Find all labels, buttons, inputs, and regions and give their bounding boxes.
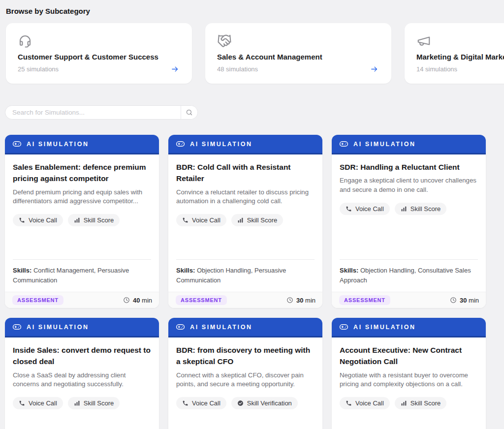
- category-title: Customer Support & Customer Success: [18, 53, 180, 61]
- simulation-card-header: AI SIMULATION: [168, 135, 322, 154]
- duration: 40 min: [123, 297, 152, 304]
- tag-label: Skill Score: [247, 216, 277, 224]
- simulation-card-header: AI SIMULATION: [168, 318, 322, 337]
- simulation-card-footer: ASSESSMENT 30 min: [168, 292, 322, 308]
- duration: 30 min: [450, 297, 479, 304]
- skills-label: Skills:: [13, 267, 32, 274]
- bar-chart-icon: [74, 400, 80, 406]
- gamepad-icon: [339, 322, 348, 332]
- arrow-right-icon[interactable]: [370, 65, 378, 73]
- duration-unit: min: [140, 297, 152, 304]
- simulation-card-header: AI SIMULATION: [332, 318, 486, 337]
- megaphone-icon: [416, 33, 504, 48]
- ai-simulation-badge: AI SIMULATION: [353, 324, 416, 331]
- simulation-title: BDR: Cold Call with a Resistant Retailer: [176, 161, 315, 184]
- simulation-description: Convince a reluctant retailer to discuss…: [176, 188, 315, 206]
- tag-label: Skill Score: [410, 399, 441, 407]
- skills-text: Skills: Conflict Management, Persuasive …: [13, 259, 151, 292]
- clock-icon: [450, 297, 457, 304]
- category-count: 14 simulations: [416, 65, 457, 73]
- tag-label: Voice Call: [29, 216, 57, 224]
- simulation-card[interactable]: AI SIMULATION BDR: Cold Call with a Resi…: [168, 135, 322, 308]
- simulation-card[interactable]: AI SIMULATION Sales Enablement: defence …: [5, 135, 159, 308]
- simulation-description: Close a SaaS deal by addressing client c…: [13, 371, 151, 389]
- arrow-right-icon[interactable]: [171, 65, 179, 73]
- tag-label: Voice Call: [29, 399, 57, 407]
- search-icon: [186, 109, 193, 116]
- gamepad-icon: [12, 139, 22, 149]
- skills-text: Skills: Objection Handling, Persuasive C…: [176, 259, 315, 292]
- simulation-card[interactable]: AI SIMULATION Inside Sales: convert demo…: [5, 318, 159, 429]
- category-card-marketing[interactable]: Marketing & Digital Marketing 14 simulat…: [405, 23, 504, 84]
- ai-simulation-badge: AI SIMULATION: [27, 141, 89, 148]
- gamepad-icon: [176, 139, 185, 149]
- tag-voice-call: Voice Call: [340, 203, 390, 215]
- duration: 30 min: [286, 297, 315, 304]
- simulation-card[interactable]: AI SIMULATION Account Executive: New Con…: [332, 318, 486, 429]
- bar-chart-icon: [237, 217, 244, 223]
- category-count: 48 simulations: [217, 65, 258, 73]
- category-card-sales-account[interactable]: Sales & Account Management 48 simulation…: [205, 23, 391, 84]
- skills-label: Skills:: [340, 267, 358, 274]
- bar-chart-icon: [74, 217, 80, 223]
- simulation-title: SDR: Handling a Reluctant Client: [340, 161, 478, 173]
- simulation-title: BDR: from discovery to meeting with a sk…: [176, 344, 315, 368]
- ai-simulation-badge: AI SIMULATION: [190, 324, 252, 331]
- assessment-badge: ASSESSMENT: [339, 295, 390, 305]
- category-row: Customer Support & Customer Success 25 s…: [6, 23, 504, 84]
- tag-voice-call: Voice Call: [13, 214, 63, 226]
- tag-skill-score: Skill Score: [231, 214, 283, 226]
- clock-icon: [286, 297, 293, 304]
- tag-label: Skill Score: [84, 216, 114, 224]
- bar-chart-icon: [401, 400, 407, 406]
- duration-unit: min: [467, 297, 479, 304]
- assessment-badge: ASSESSMENT: [176, 295, 227, 305]
- simulation-title: Sales Enablement: defence premium pricin…: [13, 161, 151, 184]
- simulation-card-header: AI SIMULATION: [332, 135, 486, 154]
- tag-skill-score: Skill Score: [68, 397, 120, 409]
- category-count: 25 simulations: [18, 65, 59, 73]
- ai-simulation-badge: AI SIMULATION: [353, 141, 416, 148]
- simulation-card-header: AI SIMULATION: [5, 135, 159, 154]
- tag-skill-score: Skill Score: [68, 214, 120, 226]
- tag-voice-call: Voice Call: [340, 397, 390, 409]
- category-title: Marketing & Digital Marketing: [416, 53, 504, 61]
- gamepad-icon: [176, 322, 185, 332]
- simulation-title: Inside Sales: convert demo request to cl…: [13, 344, 151, 368]
- simulation-description: Engage a skeptical client to uncover cha…: [340, 176, 478, 194]
- tag-label: Voice Call: [355, 205, 384, 213]
- tag-label: Skill Score: [410, 205, 441, 213]
- simulation-description: Negotiate with a resistant buyer to over…: [340, 371, 478, 389]
- duration-value: 30: [460, 297, 467, 304]
- check-circle-icon: [237, 400, 244, 406]
- simulations-grid: AI SIMULATION Sales Enablement: defence …: [5, 135, 504, 429]
- tag-label: Skill Score: [84, 399, 114, 407]
- category-title: Sales & Account Management: [217, 53, 379, 61]
- ai-simulation-badge: AI SIMULATION: [190, 141, 252, 148]
- tag-label: Skill Verification: [247, 399, 292, 407]
- category-card-customer-support[interactable]: Customer Support & Customer Success 25 s…: [6, 23, 192, 84]
- tag-voice-call: Voice Call: [176, 214, 226, 226]
- tag-label: Voice Call: [355, 399, 384, 407]
- simulation-description: Defend premium pricing and equip sales w…: [13, 188, 151, 206]
- tag-skill-verification: Skill Verification: [231, 397, 298, 409]
- phone-icon: [346, 400, 352, 406]
- phone-icon: [19, 400, 25, 406]
- phone-icon: [346, 206, 352, 212]
- simulation-card[interactable]: AI SIMULATION BDR: from discovery to mee…: [168, 318, 322, 429]
- handshake-icon: [217, 33, 379, 48]
- phone-icon: [182, 217, 189, 223]
- duration-value: 40: [133, 297, 140, 304]
- skills-label: Skills:: [176, 267, 195, 274]
- tag-skill-score: Skill Score: [395, 203, 446, 215]
- assessment-badge: ASSESSMENT: [12, 295, 63, 305]
- search-button[interactable]: [181, 106, 197, 119]
- headset-icon: [18, 33, 180, 48]
- ai-simulation-badge: AI SIMULATION: [27, 324, 89, 331]
- simulation-description: Connect with a skeptical CFO, discover p…: [176, 371, 315, 389]
- tag-voice-call: Voice Call: [13, 397, 63, 409]
- simulation-card-footer: ASSESSMENT 30 min: [332, 292, 486, 308]
- tag-voice-call: Voice Call: [176, 397, 226, 409]
- simulation-card[interactable]: AI SIMULATION SDR: Handling a Reluctant …: [332, 135, 486, 308]
- search-input[interactable]: [5, 106, 181, 119]
